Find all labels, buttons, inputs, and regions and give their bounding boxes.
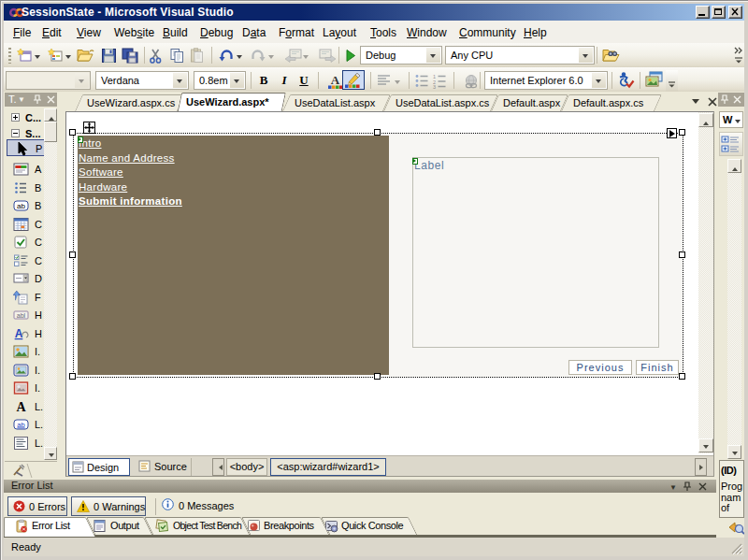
- svg-text:ab: ab: [17, 421, 24, 429]
- svg-text:3: 3: [433, 84, 436, 89]
- svg-text:A: A: [331, 74, 340, 87]
- svg-text:abl: abl: [17, 312, 26, 319]
- svg-text:A: A: [15, 327, 23, 340]
- svg-text:ab: ab: [17, 202, 25, 210]
- svg-text:A: A: [16, 400, 26, 414]
